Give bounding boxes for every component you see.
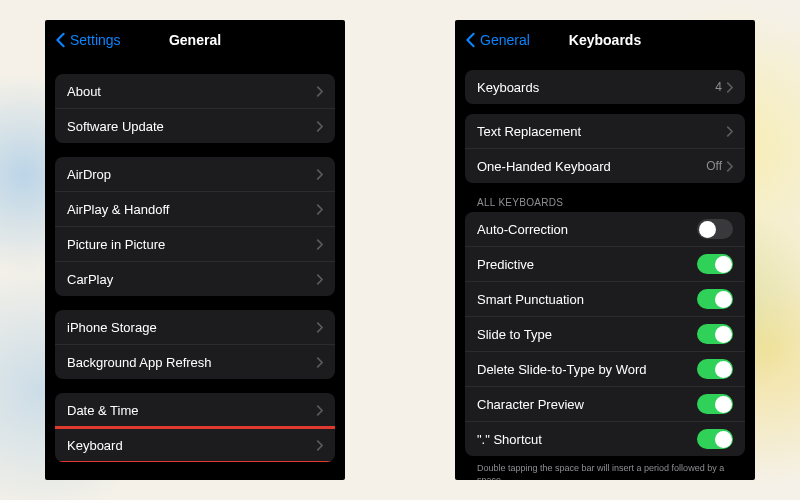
chevron-right-icon: [316, 239, 323, 250]
row-delete-slide-word: Delete Slide-to-Type by Word: [465, 351, 745, 386]
row-auto-correction: Auto-Correction: [465, 212, 745, 246]
row-label: Keyboard: [67, 438, 316, 453]
row-keyboard[interactable]: Keyboard: [55, 427, 335, 462]
row-label: Text Replacement: [477, 124, 726, 139]
chevron-right-icon: [316, 357, 323, 368]
chevron-left-icon: [465, 32, 476, 48]
group-all-keyboards: Auto-Correction Predictive Smart Punctua…: [465, 212, 745, 456]
chevron-right-icon: [316, 86, 323, 97]
row-character-preview: Character Preview: [465, 386, 745, 421]
toggle-knob: [715, 396, 732, 413]
row-label: iPhone Storage: [67, 320, 316, 335]
navbar-keyboards: General Keyboards: [455, 20, 755, 60]
row-airdrop[interactable]: AirDrop: [55, 157, 335, 191]
toggle-smart-punctuation[interactable]: [697, 289, 733, 309]
toggle-knob: [715, 431, 732, 448]
chevron-right-icon: [316, 274, 323, 285]
toggle-knob: [715, 326, 732, 343]
group-date-keyboard: Date & Time Keyboard: [55, 393, 335, 462]
phone-general: Settings General About Software Update A…: [45, 20, 345, 480]
general-content: About Software Update AirDrop AirPlay & …: [45, 60, 345, 480]
row-label: AirDrop: [67, 167, 316, 182]
row-date-time[interactable]: Date & Time: [55, 393, 335, 427]
row-label: Character Preview: [477, 397, 697, 412]
row-value: Off: [706, 159, 722, 173]
toggle-auto-correction[interactable]: [697, 219, 733, 239]
group-airdrop: AirDrop AirPlay & Handoff Picture in Pic…: [55, 157, 335, 296]
group-storage: iPhone Storage Background App Refresh: [55, 310, 335, 379]
keyboards-content: Keyboards4 Text Replacement One-Handed K…: [455, 60, 755, 480]
row-label: About: [67, 84, 316, 99]
navbar-general: Settings General: [45, 20, 345, 60]
chevron-right-icon: [316, 204, 323, 215]
back-to-settings[interactable]: Settings: [55, 32, 121, 48]
toggle-character-preview[interactable]: [697, 394, 733, 414]
chevron-right-icon: [316, 169, 323, 180]
row-iphone-storage[interactable]: iPhone Storage: [55, 310, 335, 344]
row-label: CarPlay: [67, 272, 316, 287]
chevron-right-icon: [726, 126, 733, 137]
row-predictive: Predictive: [465, 246, 745, 281]
row-value: 4: [715, 80, 722, 94]
chevron-right-icon: [316, 440, 323, 451]
group-text-replacement: Text Replacement One-Handed KeyboardOff: [465, 114, 745, 183]
row-about[interactable]: About: [55, 74, 335, 108]
row-label: Date & Time: [67, 403, 316, 418]
toggle-slide-to-type[interactable]: [697, 324, 733, 344]
row-picture-in-picture[interactable]: Picture in Picture: [55, 226, 335, 261]
row-text-replacement[interactable]: Text Replacement: [465, 114, 745, 148]
chevron-right-icon: [726, 161, 733, 172]
row-software-update[interactable]: Software Update: [55, 108, 335, 143]
row-smart-punctuation: Smart Punctuation: [465, 281, 745, 316]
toggle-knob: [715, 256, 732, 273]
row-label: Software Update: [67, 119, 316, 134]
chevron-right-icon: [726, 82, 733, 93]
row-label: Auto-Correction: [477, 222, 697, 237]
chevron-right-icon: [316, 405, 323, 416]
chevron-right-icon: [316, 121, 323, 132]
row-period-shortcut: "." Shortcut: [465, 421, 745, 456]
row-label: One-Handed Keyboard: [477, 159, 706, 174]
back-label: General: [480, 32, 530, 48]
row-label: Keyboards: [477, 80, 715, 95]
toggle-period-shortcut[interactable]: [697, 429, 733, 449]
row-label: Smart Punctuation: [477, 292, 697, 307]
toggle-knob: [715, 361, 732, 378]
group-keyboards-count: Keyboards4: [465, 70, 745, 104]
page-title-general: General: [169, 32, 221, 48]
footer-note: Double tapping the space bar will insert…: [465, 456, 745, 480]
row-background-app-refresh[interactable]: Background App Refresh: [55, 344, 335, 379]
back-to-general[interactable]: General: [465, 32, 530, 48]
row-one-handed-keyboard[interactable]: One-Handed KeyboardOff: [465, 148, 745, 183]
toggle-predictive[interactable]: [697, 254, 733, 274]
chevron-left-icon: [55, 32, 66, 48]
row-label: Picture in Picture: [67, 237, 316, 252]
row-label: Predictive: [477, 257, 697, 272]
group-about: About Software Update: [55, 74, 335, 143]
phone-keyboards: General Keyboards Keyboards4 Text Replac…: [455, 20, 755, 480]
toggle-knob: [699, 221, 716, 238]
row-keyboards[interactable]: Keyboards4: [465, 70, 745, 104]
toggle-delete-slide-word[interactable]: [697, 359, 733, 379]
row-label: AirPlay & Handoff: [67, 202, 316, 217]
back-label: Settings: [70, 32, 121, 48]
row-label: Delete Slide-to-Type by Word: [477, 362, 697, 377]
row-label: Background App Refresh: [67, 355, 316, 370]
page-title-keyboards: Keyboards: [569, 32, 641, 48]
row-slide-to-type: Slide to Type: [465, 316, 745, 351]
toggle-knob: [715, 291, 732, 308]
row-airplay-handoff[interactable]: AirPlay & Handoff: [55, 191, 335, 226]
row-carplay[interactable]: CarPlay: [55, 261, 335, 296]
section-all-keyboards: All Keyboards: [465, 183, 745, 212]
chevron-right-icon: [316, 322, 323, 333]
row-label: Slide to Type: [477, 327, 697, 342]
row-label: "." Shortcut: [477, 432, 697, 447]
